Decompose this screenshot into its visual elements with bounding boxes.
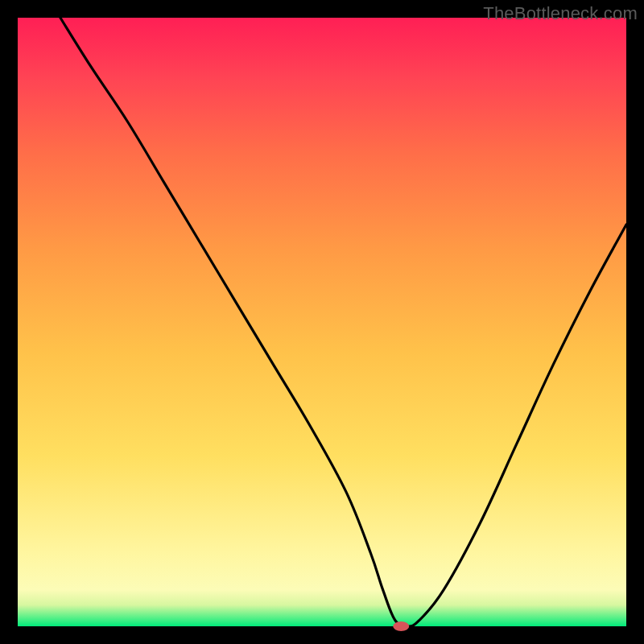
gradient-background bbox=[18, 18, 626, 626]
chart-container: TheBottleneck.com bbox=[0, 0, 644, 644]
optimal-point-marker bbox=[393, 621, 409, 631]
bottleneck-chart bbox=[0, 0, 644, 644]
watermark-text: TheBottleneck.com bbox=[483, 3, 638, 24]
